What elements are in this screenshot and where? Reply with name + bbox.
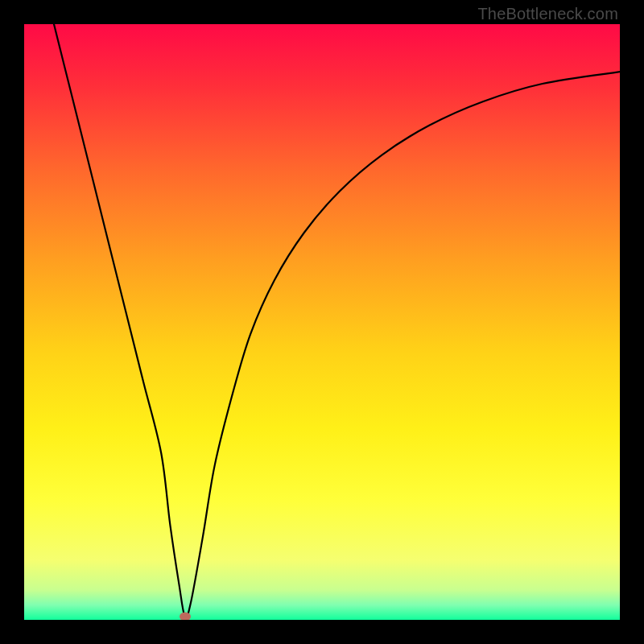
- minimum-marker: [180, 613, 191, 620]
- chart-frame: TheBottleneck.com: [0, 0, 644, 644]
- bottleneck-curve: [24, 24, 620, 620]
- watermark-text: TheBottleneck.com: [477, 5, 618, 23]
- plot-area: [24, 24, 620, 620]
